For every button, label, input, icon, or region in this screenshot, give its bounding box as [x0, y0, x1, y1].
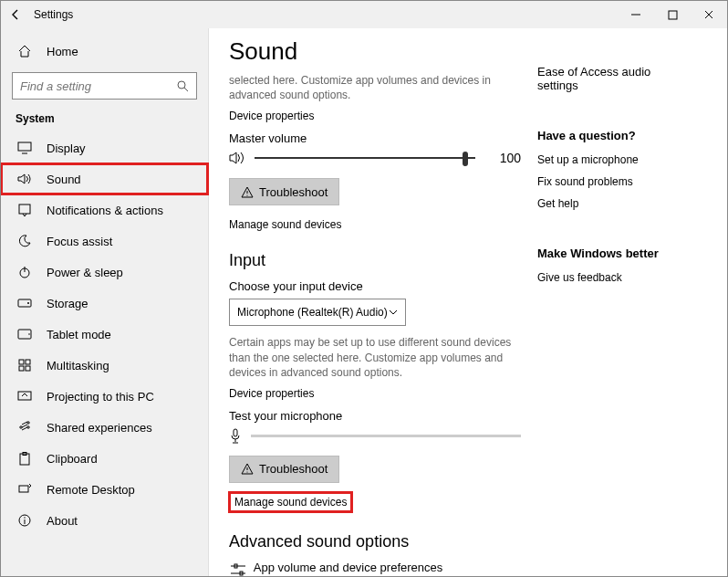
svg-rect-14: [26, 360, 30, 364]
sidebar-item-power-sleep[interactable]: Power & sleep: [1, 257, 208, 288]
have-a-question-heading: Have a question?: [537, 129, 692, 142]
input-device-select[interactable]: Microphone (Realtek(R) Audio): [229, 299, 406, 326]
remote-icon: [16, 480, 34, 498]
sidebar-item-focus-assist[interactable]: Focus assist: [1, 226, 208, 257]
sidebar-item-label: Display: [47, 142, 86, 155]
master-volume-label: Master volume: [229, 131, 521, 145]
svg-rect-6: [19, 205, 30, 214]
sidebar-item-storage[interactable]: Storage: [1, 288, 208, 319]
sidebar-item-multitasking[interactable]: Multitasking: [1, 350, 208, 381]
test-mic-label: Test your microphone: [229, 409, 521, 423]
search-input[interactable]: [12, 72, 197, 100]
sidebar-item-about[interactable]: About: [1, 505, 208, 536]
device-properties-link-input[interactable]: Device properties: [229, 387, 521, 400]
sidebar-item-display[interactable]: Display: [1, 132, 208, 163]
output-description: selected here. Customize app volumes and…: [229, 73, 521, 102]
troubleshoot-output-button[interactable]: Troubleshoot: [229, 178, 339, 205]
shared-icon: [16, 418, 34, 436]
mic-level-bar: [251, 435, 521, 437]
moon-icon: [16, 232, 34, 250]
sidebar-home[interactable]: Home: [1, 36, 208, 67]
microphone-icon: [229, 428, 242, 445]
svg-point-19: [27, 422, 29, 424]
sidebar-item-label: Shared experiences: [47, 421, 152, 435]
power-icon: [16, 263, 34, 281]
tablet-icon: [16, 325, 34, 343]
svg-point-26: [24, 517, 25, 518]
fix-sound-problems-link[interactable]: Fix sound problems: [537, 175, 692, 188]
sidebar-item-label: Power & sleep: [47, 266, 123, 279]
input-heading: Input: [229, 251, 521, 270]
chevron-down-icon: [389, 309, 398, 315]
search-field[interactable]: [20, 79, 176, 93]
manage-sound-devices-input-link[interactable]: Manage sound devices: [229, 492, 352, 512]
sidebar-item-label: Projecting to this PC: [47, 390, 154, 404]
sidebar-item-label: Remote Desktop: [47, 483, 135, 497]
sidebar-section-label: System: [1, 107, 208, 132]
ease-of-access-link[interactable]: Ease of Access audio settings: [537, 65, 692, 92]
svg-rect-4: [18, 142, 31, 151]
content-pane: Sound selected here. Customize app volum…: [209, 34, 537, 576]
manage-sound-devices-output-link[interactable]: Manage sound devices: [229, 218, 521, 231]
sidebar-home-label: Home: [47, 45, 78, 58]
about-icon: [16, 511, 34, 530]
master-volume-slider[interactable]: [255, 157, 475, 159]
svg-rect-15: [19, 366, 24, 371]
troubleshoot-input-button[interactable]: Troubleshoot: [229, 456, 339, 483]
slider-thumb[interactable]: [463, 152, 468, 166]
adv-item-title: App volume and device preferences: [254, 561, 521, 574]
project-icon: [16, 387, 34, 405]
home-icon: [16, 42, 34, 60]
sidebar-item-label: Clipboard: [47, 452, 98, 466]
warning-icon: [241, 186, 254, 198]
svg-rect-23: [19, 486, 28, 492]
sidebar-item-label: Notifications & actions: [47, 204, 163, 217]
multitask-icon: [16, 356, 34, 374]
svg-point-2: [178, 81, 185, 89]
display-icon: [16, 139, 34, 157]
sidebar: Home System Display Sound Notifications …: [1, 28, 209, 576]
input-description: Certain apps may be set up to use differ…: [229, 335, 521, 380]
sidebar-item-label: Focus assist: [47, 235, 112, 248]
page-title: Sound: [229, 37, 521, 66]
back-button[interactable]: [1, 1, 30, 28]
titlebar: Settings: [1, 1, 727, 28]
warning-icon: [241, 463, 254, 475]
svg-rect-13: [19, 360, 24, 364]
troubleshoot-label: Troubleshoot: [259, 462, 328, 476]
get-help-link[interactable]: Get help: [537, 197, 692, 210]
sidebar-item-notifications[interactable]: Notifications & actions: [1, 194, 208, 226]
give-feedback-link[interactable]: Give us feedback: [537, 271, 692, 284]
minimize-button[interactable]: [618, 1, 654, 28]
clipboard-icon: [16, 449, 34, 467]
svg-point-28: [246, 194, 247, 195]
sidebar-item-label: About: [47, 514, 78, 528]
sidebar-item-label: Multitasking: [47, 359, 109, 372]
sidebar-item-tablet-mode[interactable]: Tablet mode: [1, 319, 208, 350]
sidebar-item-sound[interactable]: Sound: [1, 163, 208, 194]
sliders-icon: [229, 561, 254, 577]
svg-line-3: [184, 88, 188, 91]
advanced-heading: Advanced sound options: [229, 532, 521, 551]
device-properties-link-output[interactable]: Device properties: [229, 110, 521, 122]
notifications-icon: [16, 201, 34, 219]
svg-rect-29: [234, 429, 237, 436]
sidebar-item-clipboard[interactable]: Clipboard: [1, 443, 208, 474]
svg-point-31: [246, 472, 247, 473]
storage-icon: [16, 294, 34, 312]
choose-input-label: Choose your input device: [229, 279, 521, 293]
close-button[interactable]: [691, 1, 727, 28]
sidebar-item-remote-desktop[interactable]: Remote Desktop: [1, 474, 208, 505]
search-icon: [176, 79, 189, 92]
master-volume-value: 100: [484, 151, 521, 165]
sidebar-item-label: Tablet mode: [47, 328, 111, 341]
sidebar-item-label: Sound: [47, 173, 81, 186]
sidebar-item-shared-experiences[interactable]: Shared experiences: [1, 412, 208, 443]
troubleshoot-label: Troubleshoot: [259, 185, 328, 199]
app-volume-preferences-item[interactable]: App volume and device preferences Custom…: [229, 561, 521, 577]
svg-point-12: [28, 333, 30, 335]
sidebar-item-projecting[interactable]: Projecting to this PC: [1, 381, 208, 412]
setup-microphone-link[interactable]: Set up a microphone: [537, 153, 692, 166]
maximize-button[interactable]: [654, 1, 691, 28]
input-device-selected: Microphone (Realtek(R) Audio): [237, 306, 388, 319]
